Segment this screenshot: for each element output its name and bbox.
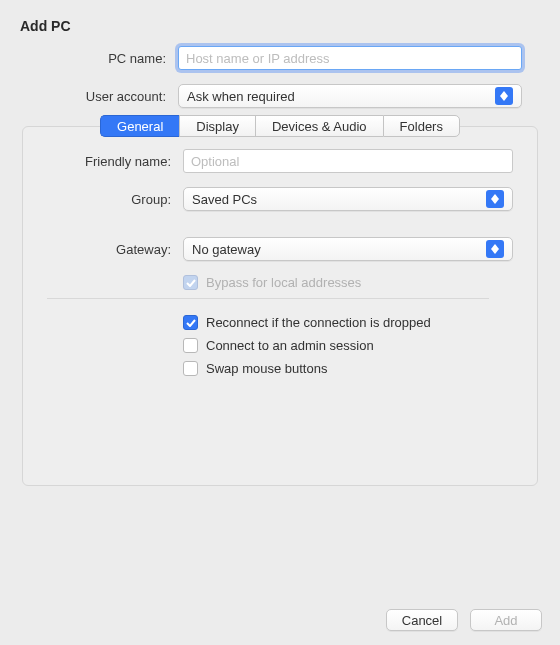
admin-label: Connect to an admin session [206,338,374,353]
window-title: Add PC [0,0,560,46]
group-select[interactable]: Saved PCs [183,187,513,211]
reconnect-checkbox[interactable] [183,315,198,330]
admin-checkbox[interactable] [183,338,198,353]
tabbar: General Display Devices & Audio Folders [100,115,460,137]
tab-panel: General Display Devices & Audio Folders … [22,126,538,486]
swap-checkbox[interactable] [183,361,198,376]
add-button[interactable]: Add [470,609,542,631]
user-account-value: Ask when required [187,89,495,104]
user-account-label: User account: [0,89,178,104]
svg-marker-5 [491,249,499,254]
bypass-label: Bypass for local addresses [206,275,361,290]
tab-display[interactable]: Display [179,115,255,137]
pc-name-label: PC name: [0,51,178,66]
svg-marker-1 [500,96,508,101]
chevron-up-down-icon [486,190,504,208]
chevron-up-down-icon [486,240,504,258]
user-account-select[interactable]: Ask when required [178,84,522,108]
gateway-select[interactable]: No gateway [183,237,513,261]
reconnect-label: Reconnect if the connection is dropped [206,315,431,330]
chevron-up-down-icon [495,87,513,105]
tab-folders[interactable]: Folders [383,115,460,137]
svg-marker-3 [491,199,499,204]
gateway-value: No gateway [192,242,486,257]
gateway-label: Gateway: [23,242,183,257]
swap-label: Swap mouse buttons [206,361,327,376]
bottom-bar: Cancel Add [386,609,542,631]
bypass-checkbox [183,275,198,290]
group-label: Group: [23,192,183,207]
friendly-name-label: Friendly name: [23,154,183,169]
group-value: Saved PCs [192,192,486,207]
tab-devices-audio[interactable]: Devices & Audio [255,115,383,137]
friendly-name-input[interactable] [183,149,513,173]
tab-general[interactable]: General [100,115,179,137]
pc-name-input[interactable] [178,46,522,70]
cancel-button[interactable]: Cancel [386,609,458,631]
divider [47,298,489,299]
